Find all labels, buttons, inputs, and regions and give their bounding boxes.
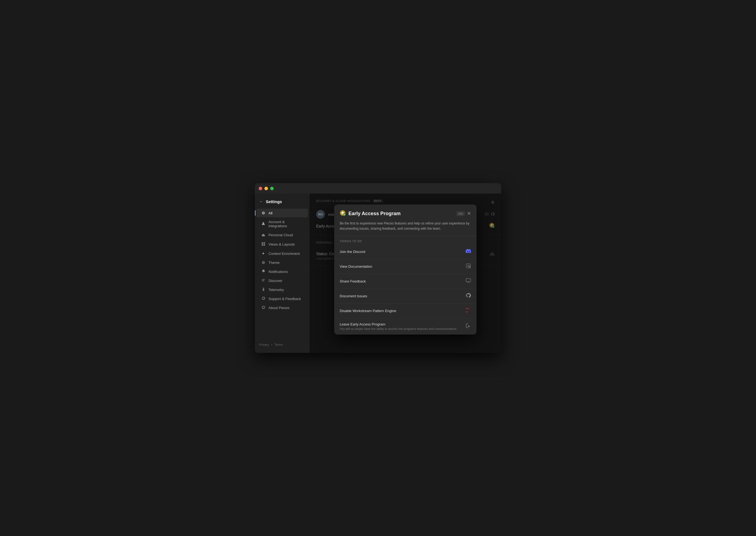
sidebar-item-discover-label: Discover bbox=[269, 279, 282, 283]
modal-item-wpe-left: Disable Workstream Pattern Engine bbox=[340, 309, 466, 313]
sidebar-item-about-label: About Pieces bbox=[269, 306, 290, 310]
github-icon bbox=[466, 293, 471, 299]
modal-item-issues[interactable]: Document Issues bbox=[334, 289, 477, 304]
context-icon: ✦ bbox=[261, 251, 266, 256]
sidebar-item-theme-label: Theme bbox=[269, 261, 279, 265]
sidebar-item-telemetry-label: Telemetry bbox=[269, 288, 284, 292]
modal-header: Early Access Program esc ✕ bbox=[334, 205, 477, 221]
svg-rect-8 bbox=[263, 288, 264, 290]
main-window: ← Settings ⚙ All Account & Integrations bbox=[255, 183, 501, 353]
modal-item-docs-left: View Documentation bbox=[340, 264, 466, 269]
modal-item-discord-left: Join the Discord bbox=[340, 250, 466, 254]
sidebar-item-all[interactable]: ⚙ All bbox=[256, 209, 308, 218]
modal-item-discord[interactable]: Join the Discord bbox=[334, 245, 477, 259]
leave-icon bbox=[466, 323, 471, 330]
gear-icon: ⚙ bbox=[261, 211, 266, 215]
maximize-dot[interactable] bbox=[270, 187, 274, 190]
modal-item-wpe[interactable]: Disable Workstream Pattern Engine bbox=[334, 304, 477, 318]
sidebar-item-support-label: Support & Feedback bbox=[269, 297, 301, 301]
feedback-icon bbox=[466, 278, 471, 285]
terms-link[interactable]: Terms bbox=[275, 343, 283, 346]
telemetry-icon bbox=[261, 287, 266, 292]
cloud-icon bbox=[261, 233, 266, 237]
account-icon bbox=[261, 222, 266, 226]
sidebar-header: ← Settings bbox=[255, 197, 310, 208]
sidebar-item-support[interactable]: ? Support & Feedback bbox=[256, 294, 308, 303]
sidebar-item-account-label: Account & Integrations bbox=[269, 220, 304, 228]
svg-rect-7 bbox=[262, 281, 264, 282]
discord-icon bbox=[466, 248, 471, 255]
modal-item-feedback-title: Share Feedback bbox=[340, 279, 466, 283]
back-icon[interactable]: ← bbox=[259, 199, 264, 204]
svg-rect-6 bbox=[262, 280, 264, 281]
modal-item-leave-title: Leave Early Access Program bbox=[340, 322, 466, 326]
modal-close-button[interactable]: ✕ bbox=[467, 211, 471, 216]
theme-icon: ⚙ bbox=[261, 260, 266, 265]
modal-things-label: THINGS TO DO bbox=[334, 236, 477, 245]
modal-item-feedback-left: Share Feedback bbox=[340, 279, 466, 283]
sidebar-item-telemetry[interactable]: Telemetry bbox=[256, 285, 308, 294]
sidebar-item-context[interactable]: ✦ Context Enrichment bbox=[256, 249, 308, 258]
sidebar-item-cloud-label: Personal Cloud bbox=[269, 233, 293, 237]
main-layout: ← Settings ⚙ All Account & Integrations bbox=[255, 193, 501, 353]
svg-rect-5 bbox=[262, 279, 265, 280]
notifications-icon bbox=[261, 269, 266, 274]
modal-item-discord-title: Join the Discord bbox=[340, 250, 466, 254]
power-icon bbox=[466, 307, 471, 314]
modal-description: Be the first to experience new Pieces fe… bbox=[334, 221, 477, 236]
svg-rect-4 bbox=[264, 244, 265, 246]
esc-badge: esc bbox=[457, 211, 465, 216]
modal-item-leave[interactable]: Leave Early Access Program You will no l… bbox=[334, 318, 477, 335]
sidebar-item-views[interactable]: Views & Layouts bbox=[256, 240, 308, 249]
modal-item-leave-left: Leave Early Access Program You will no l… bbox=[340, 322, 466, 330]
modal-title-row: Early Access Program bbox=[340, 210, 401, 217]
modal-close-area: esc ✕ bbox=[457, 211, 471, 216]
modal-title-icon bbox=[340, 210, 346, 217]
modal-item-docs-title: View Documentation bbox=[340, 264, 466, 269]
svg-rect-9 bbox=[263, 290, 264, 290]
modal-item-issues-title: Document Issues bbox=[340, 294, 466, 298]
modal-item-feedback[interactable]: Share Feedback bbox=[334, 274, 477, 289]
sidebar-item-notifications[interactable]: Notifications bbox=[256, 267, 308, 276]
sidebar-item-account[interactable]: Account & Integrations bbox=[256, 218, 308, 230]
sidebar-item-notifications-label: Notifications bbox=[269, 270, 288, 274]
close-dot[interactable] bbox=[259, 187, 262, 190]
modal-item-wpe-title: Disable Workstream Pattern Engine bbox=[340, 309, 466, 313]
privacy-link[interactable]: Privacy bbox=[259, 343, 269, 346]
sidebar-item-theme[interactable]: ⚙ Theme bbox=[256, 258, 308, 267]
sidebar-item-all-label: All bbox=[269, 211, 272, 215]
modal-title: Early Access Program bbox=[348, 211, 401, 217]
sidebar-nav: ⚙ All Account & Integrations Personal Cl… bbox=[255, 208, 310, 340]
sidebar-item-views-label: Views & Layouts bbox=[269, 242, 295, 246]
views-icon bbox=[261, 242, 266, 247]
minimize-dot[interactable] bbox=[264, 187, 268, 190]
svg-rect-2 bbox=[264, 242, 265, 244]
sidebar-item-discover[interactable]: Discover bbox=[256, 276, 308, 285]
modal-item-leave-sub: You will no longer have the ability to a… bbox=[340, 327, 466, 330]
discover-icon bbox=[261, 279, 266, 283]
sidebar-item-cloud[interactable]: Personal Cloud bbox=[256, 230, 308, 240]
footer-separator: • bbox=[271, 343, 272, 346]
modal-item-issues-left: Document Issues bbox=[340, 294, 466, 298]
titlebar bbox=[255, 183, 501, 193]
support-icon: ? bbox=[261, 296, 266, 301]
sidebar-footer: Privacy • Terms bbox=[255, 340, 310, 350]
docs-icon bbox=[466, 263, 471, 270]
svg-rect-3 bbox=[262, 244, 263, 246]
modal-item-docs[interactable]: View Documentation bbox=[334, 259, 477, 274]
about-icon: i bbox=[261, 306, 266, 310]
content-area: ACCOUNT & CLOUD INTEGRATIONS BETA RO ros… bbox=[310, 193, 501, 353]
svg-rect-1 bbox=[262, 242, 263, 244]
sidebar-item-about[interactable]: i About Pieces bbox=[256, 303, 308, 312]
modal-overlay[interactable]: Early Access Program esc ✕ Be the first … bbox=[310, 193, 501, 353]
early-access-modal: Early Access Program esc ✕ Be the first … bbox=[334, 205, 477, 335]
sidebar: ← Settings ⚙ All Account & Integrations bbox=[255, 193, 310, 353]
svg-text:?: ? bbox=[263, 297, 264, 300]
svg-text:i: i bbox=[263, 306, 264, 309]
settings-title: Settings bbox=[266, 199, 282, 204]
svg-rect-21 bbox=[466, 279, 471, 282]
sidebar-item-context-label: Context Enrichment bbox=[269, 251, 300, 256]
